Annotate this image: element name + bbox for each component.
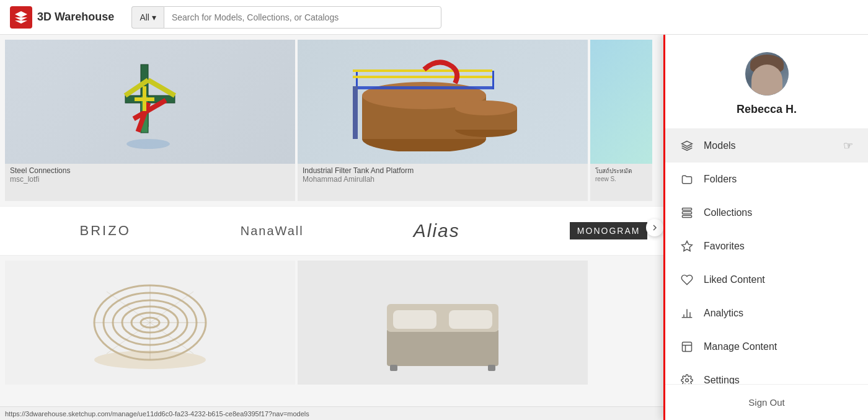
- svg-marker-44: [682, 241, 693, 251]
- folders-icon: [680, 172, 694, 186]
- sign-out-button[interactable]: Sign Out: [748, 397, 784, 408]
- model-author: msc_lotfi: [10, 175, 290, 184]
- svg-rect-16: [353, 69, 492, 72]
- favorites-icon: [680, 239, 694, 253]
- model-card[interactable]: Steel Connections msc_lotfi: [5, 40, 295, 201]
- menu-item-collections[interactable]: Collections: [665, 196, 868, 230]
- main-content: Steel Connections msc_lotfi: [0, 35, 868, 420]
- menu-item-manage-content[interactable]: Manage Content: [665, 330, 868, 364]
- username: Rebecca H.: [737, 103, 797, 116]
- panel-header: Rebecca H.: [665, 35, 868, 129]
- svg-point-52: [686, 379, 689, 382]
- menu-label-settings: Settings: [704, 375, 740, 384]
- model-title: Steel Connections: [10, 166, 290, 175]
- model-card[interactable]: โบสถ์ประหมัด reew S.: [590, 40, 652, 201]
- svg-rect-37: [393, 310, 436, 329]
- dropdown-chevron-icon: ▾: [152, 12, 156, 22]
- menu-label-models: Models: [704, 140, 736, 151]
- svg-rect-17: [353, 76, 492, 78]
- svg-rect-39: [390, 365, 397, 371]
- menu-item-settings[interactable]: Settings: [665, 364, 868, 384]
- menu-label-favorites: Favorites: [704, 241, 745, 252]
- svg-point-9: [126, 139, 170, 149]
- manage-content-icon: [680, 340, 694, 354]
- svg-rect-15: [492, 71, 494, 89]
- svg-rect-43: [683, 215, 692, 217]
- menu-label-folders: Folders: [704, 174, 737, 185]
- svg-rect-35: [387, 329, 498, 366]
- model-author: reew S.: [595, 176, 647, 182]
- liked-content-icon: [680, 273, 694, 287]
- svg-rect-38: [449, 310, 492, 329]
- scroll-right-button[interactable]: [646, 219, 663, 236]
- menu-item-liked-content[interactable]: Liked Content: [665, 263, 868, 297]
- menu-item-favorites[interactable]: Favorites: [665, 230, 868, 263]
- svg-rect-42: [683, 212, 692, 213]
- brand-nanawall: NanaWall: [241, 224, 304, 238]
- svg-rect-40: [488, 365, 495, 371]
- logo-icon: [10, 6, 32, 29]
- avatar: [745, 52, 789, 96]
- menu-item-analytics[interactable]: Analytics: [665, 297, 868, 330]
- svg-rect-49: [683, 342, 692, 352]
- brand-brizo: BRIZO: [80, 223, 131, 239]
- search-type-dropdown[interactable]: All ▾: [131, 6, 164, 29]
- svg-rect-8: [135, 97, 154, 101]
- bottom-card[interactable]: [5, 261, 295, 385]
- model-author: Mohammad Amirullah: [303, 175, 583, 184]
- dropdown-value: All: [140, 12, 149, 22]
- svg-rect-13: [356, 86, 492, 89]
- menu-label-analytics: Analytics: [704, 308, 743, 319]
- menu-item-models[interactable]: Models ☞: [665, 129, 868, 163]
- svg-rect-41: [683, 208, 692, 210]
- logo-area: 3D Warehouse: [10, 6, 114, 29]
- model-info: Industrial Filter Tank And Platform Moha…: [298, 164, 588, 186]
- bottom-card[interactable]: [298, 261, 588, 385]
- brand-alias: Alias: [414, 220, 460, 241]
- settings-icon: [680, 373, 694, 384]
- status-url: https://3dwarehouse.sketchup.com/manage/…: [5, 410, 309, 418]
- menu-item-folders[interactable]: Folders: [665, 163, 868, 196]
- analytics-icon: [680, 306, 694, 320]
- model-title: Industrial Filter Tank And Platform: [303, 166, 583, 175]
- brand-monogram: MONOGRAM: [570, 222, 648, 239]
- header: 3D Warehouse All ▾: [0, 0, 868, 35]
- svg-rect-18: [353, 86, 358, 139]
- models-icon: [680, 139, 694, 153]
- menu-label-manage: Manage Content: [704, 341, 777, 352]
- user-dropdown-panel: Rebecca H. Models ☞: [663, 35, 868, 420]
- search-input[interactable]: [164, 6, 441, 29]
- model-info: โบสถ์ประหมัด reew S.: [590, 164, 652, 185]
- svg-line-4: [148, 80, 175, 96]
- menu-label-liked: Liked Content: [704, 274, 765, 285]
- model-card[interactable]: Industrial Filter Tank And Platform Moha…: [298, 40, 588, 201]
- search-area: All ▾: [131, 6, 441, 29]
- model-info: Steel Connections msc_lotfi: [5, 164, 295, 186]
- cursor-icon: ☞: [843, 139, 853, 153]
- svg-point-21: [455, 101, 517, 115]
- menu-label-collections: Collections: [704, 207, 752, 218]
- menu-list: Models ☞ Folders: [665, 129, 868, 384]
- panel-footer: Sign Out: [665, 384, 868, 420]
- model-title: โบสถ์ประหมัด: [595, 166, 647, 176]
- logo-text: 3D Warehouse: [37, 11, 114, 24]
- collections-icon: [680, 206, 694, 220]
